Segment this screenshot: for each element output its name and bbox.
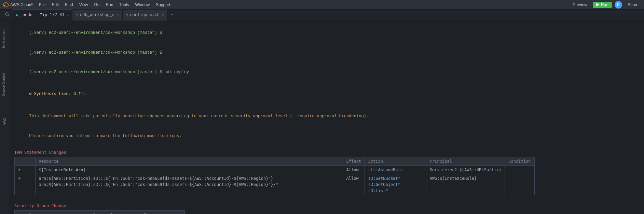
play-icon — [596, 3, 600, 6]
file-icon-1: ◻ — [76, 13, 78, 17]
iam-col-resource — [15, 157, 35, 166]
iam-col-effect: Effect — [343, 157, 365, 166]
iam-row2-resource-line2: arn:${AWS::Partition}:s3:::${"Fn::Sub":"… — [39, 182, 339, 188]
warning-text-1: This deployment will make potentially se… — [29, 114, 369, 119]
menu-file[interactable]: File — [36, 2, 48, 8]
sg-table: Group Dir Protocol Peer + ${webserver-sg… — [15, 211, 185, 214]
prompt-1: (.venv) ec2-user:~/environment/cdk-works… — [29, 30, 162, 35]
iam-table: Resource Effect Action Principal Conditi… — [15, 157, 534, 195]
iam-col-action: Action — [365, 157, 426, 166]
warning-text-2: Please confirm you intend to make the fo… — [29, 134, 181, 138]
menu-window[interactable]: Window — [132, 2, 152, 8]
synthesis-text: Synthesis time: 6.11s — [34, 92, 86, 96]
tab-configure-label: configure.sh — [130, 13, 160, 17]
iam-col-resource-label: Resource — [35, 157, 343, 166]
user-avatar[interactable]: R — [615, 1, 622, 9]
terminal-line-2: (.venv) ec2-user:~/environment/cdk-works… — [14, 43, 640, 63]
tab-cdk-workshop-close[interactable]: ✕ — [117, 13, 119, 17]
share-button[interactable]: Share — [625, 2, 641, 8]
tab-configure-close[interactable]: ✕ — [162, 13, 164, 17]
tab-terminal[interactable]: ▶_ node - "ip-172-31 ✕ — [13, 10, 72, 21]
sg-col-protocol: Protocol — [106, 211, 140, 214]
tab-configure[interactable]: ◻ configure.sh ✕ — [123, 10, 168, 21]
run-button[interactable]: Run — [593, 2, 612, 8]
tab-cdk-workshop-label: cdk_workshop_s — [80, 13, 114, 17]
app-name: AWS Cloud9 — [10, 2, 33, 7]
menu-go[interactable]: Go — [91, 2, 102, 8]
svg-line-4 — [8, 15, 10, 16]
terminal-icon: ▶_ — [16, 13, 20, 17]
iam-row2-action-line2: s3:GetObject* — [368, 182, 423, 188]
iam-row2-principal: AWS:${InstanceRole} — [426, 174, 505, 195]
sg-col-dir: Dir — [89, 211, 106, 214]
warning-line-2: Please confirm you intend to make the fo… — [14, 126, 640, 146]
aws-logo-icon: ▲ — [3, 2, 9, 8]
terminal-line-3: (.venv) ec2-user:~/environment/cdk-works… — [14, 63, 640, 82]
tab-terminal-close[interactable]: ✕ — [66, 13, 69, 17]
iam-row1-plus: + — [15, 166, 35, 174]
warning-line-1: This deployment will make potentially se… — [14, 107, 640, 126]
main-layout: Environment Source Control AWS (.venv) e… — [0, 21, 644, 214]
sg-col-empty — [15, 211, 25, 214]
command-cdk-deploy: cdk deploy — [162, 70, 189, 75]
iam-table-container: Resource Effect Action Principal Conditi… — [14, 157, 535, 195]
prompt-3: (.venv) ec2-user:~/environment/cdk-works… — [29, 70, 162, 75]
iam-row1-action: sts:AssumeRole — [365, 166, 426, 174]
menu-find[interactable]: Find — [62, 2, 76, 8]
sidebar-label-source-control[interactable]: Source Control — [2, 72, 5, 97]
sg-table-container: Group Dir Protocol Peer + ${webserver-sg… — [14, 210, 185, 214]
app-logo: ▲ AWS Cloud9 — [3, 2, 33, 8]
tab-terminal-label: node - "ip-172-31 — [23, 13, 64, 17]
sg-col-peer: Peer — [140, 211, 184, 214]
iam-row1-effect: Allow — [343, 166, 365, 174]
file-icon-2: ◻ — [126, 13, 128, 17]
left-sidebar: Environment Source Control AWS — [0, 21, 10, 214]
terminal-line-1: (.venv) ec2-user:~/environment/cdk-works… — [14, 23, 640, 43]
iam-row-2: + arn:${AWS::Partition}:s3:::${"Fn::Sub"… — [15, 174, 534, 195]
terminal-panel[interactable]: (.venv) ec2-user:~/environment/cdk-works… — [10, 21, 644, 214]
iam-row2-action-line3: s3:List* — [368, 188, 423, 194]
menu-bar-right: Preview Run R Share — [570, 1, 641, 9]
iam-row-1: + ${InstanceRole.Arn} Allow sts:AssumeRo… — [15, 166, 534, 174]
iam-row2-resource-line1: arn:${AWS::Partition}:s3:::${"Fn::Sub":"… — [39, 175, 339, 182]
iam-row1-resource: ${InstanceRole.Arn} — [35, 166, 343, 174]
menu-tools[interactable]: Tools — [117, 2, 132, 8]
svg-point-3 — [5, 13, 8, 15]
iam-col-principal: Principal — [426, 157, 505, 166]
iam-row2-action-line1: s3:GetBucket* — [368, 175, 423, 182]
iam-col-condition: Condition — [505, 157, 534, 166]
iam-row2-plus: + — [15, 174, 35, 195]
sidebar-label-environment[interactable]: Environment — [2, 27, 5, 49]
iam-row1-principal: Service:ec2.${AWS::URLSuffix} — [426, 166, 505, 174]
tab-bar: ▶_ node - "ip-172-31 ✕ ◻ cdk_workshop_s … — [0, 10, 644, 21]
preview-button[interactable]: Preview — [570, 2, 590, 8]
synthesis-icon: ⚙ — [29, 92, 34, 96]
iam-row2-resource: arn:${AWS::Partition}:s3:::${"Fn::Sub":"… — [35, 174, 343, 195]
synthesis-line: ⚙ Synthesis time: 6.11s — [14, 84, 640, 104]
prompt-2: (.venv) ec2-user:~/environment/cdk-works… — [29, 50, 162, 55]
tab-cdk-workshop[interactable]: ◻ cdk_workshop_s ✕ — [72, 10, 122, 21]
iam-row1-condition — [505, 166, 534, 174]
iam-row2-effect: Allow — [343, 174, 365, 195]
iam-section-title: IAM Statement Changes — [14, 149, 640, 156]
iam-row2-condition — [505, 174, 534, 195]
menu-edit[interactable]: Edit — [49, 2, 62, 8]
menu-view[interactable]: View — [77, 2, 91, 8]
tab-search-icon[interactable] — [1, 12, 13, 18]
iam-row2-action: s3:GetBucket* s3:GetObject* s3:List* — [365, 174, 426, 195]
sg-col-group: Group — [25, 211, 89, 214]
sg-section-title: Security Group Changes — [14, 203, 640, 209]
sidebar-label-aws[interactable]: AWS — [3, 116, 6, 126]
menu-run[interactable]: Run — [103, 2, 116, 8]
svg-text:▲: ▲ — [4, 3, 6, 6]
menu-bar: ▲ AWS Cloud9 File Edit Find View Go Run … — [0, 0, 644, 10]
menu-support[interactable]: Support — [153, 2, 173, 8]
add-tab-button[interactable]: + — [168, 12, 177, 18]
